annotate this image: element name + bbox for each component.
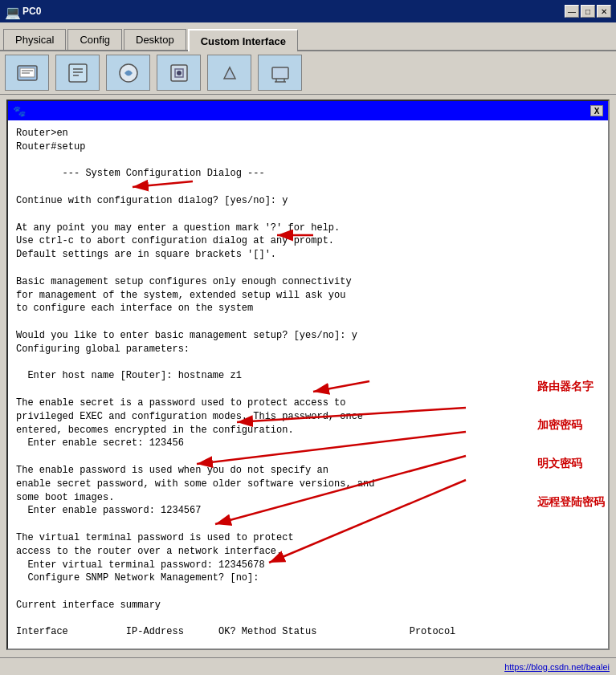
toolbar-icon-3[interactable] xyxy=(106,55,150,91)
svg-point-10 xyxy=(177,71,182,75)
status-link[interactable]: https://blog.csdn.net/bealei xyxy=(504,662,610,672)
minimize-button[interactable]: — xyxy=(565,5,579,18)
window-title: PC0 xyxy=(22,6,41,17)
terminal-body[interactable]: Router>en Router#setup --- System Config… xyxy=(8,120,608,649)
toolbar-icon-4[interactable] xyxy=(157,55,201,91)
svg-rect-11 xyxy=(272,67,288,79)
toolbar-icon-1[interactable] xyxy=(5,55,49,91)
tab-config[interactable]: Config xyxy=(67,29,122,50)
tab-bar: Physical Config Desktop Custom Interface xyxy=(0,22,616,51)
toolbar-icon-2[interactable] xyxy=(55,55,100,91)
window-title-bar: 💻 PC0 — □ ✕ xyxy=(0,0,616,22)
maximize-button[interactable]: □ xyxy=(581,5,595,18)
toolbar-icon-6[interactable] xyxy=(258,55,302,91)
window-controls: — □ ✕ xyxy=(565,5,611,18)
toolbar-row xyxy=(0,51,616,95)
window-icon: 💻 xyxy=(5,5,18,18)
tab-physical[interactable]: Physical xyxy=(3,29,66,50)
terminal-title-emoji: 🐾 xyxy=(13,105,26,117)
status-bar: https://blog.csdn.net/bealei xyxy=(0,657,616,675)
terminal-window: 🐾 X Router>en Router#setup --- System Co… xyxy=(6,100,610,650)
terminal-content: Router>en Router#setup --- System Config… xyxy=(16,127,600,649)
tab-custom-interface[interactable]: Custom Interface xyxy=(188,29,298,51)
close-button[interactable]: ✕ xyxy=(597,5,611,18)
svg-rect-4 xyxy=(69,64,87,82)
terminal-close-button[interactable]: X xyxy=(590,105,603,116)
tab-desktop[interactable]: Desktop xyxy=(124,29,186,50)
terminal-title-bar: 🐾 X xyxy=(8,101,608,120)
toolbar-icon-5[interactable] xyxy=(207,55,251,91)
